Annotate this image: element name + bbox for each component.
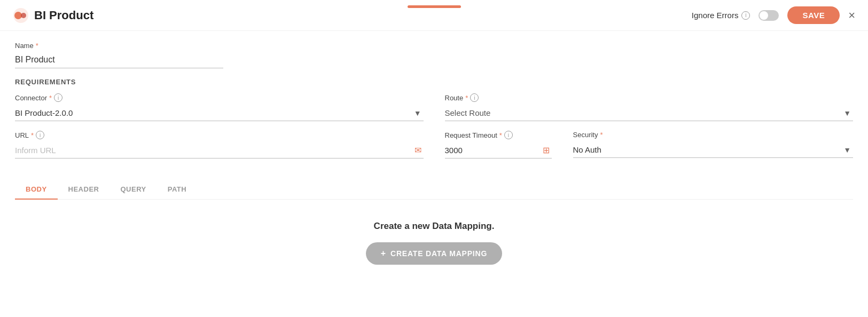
- main-content: Name * REQUIREMENTS Connector * i BI Pro…: [0, 31, 868, 281]
- tab-header[interactable]: HEADER: [58, 180, 110, 200]
- tab-path[interactable]: PATH: [157, 180, 197, 200]
- app-title: BI Product: [34, 9, 93, 22]
- timeout-copy-icon[interactable]: ⊞: [543, 145, 550, 155]
- route-info-icon[interactable]: i: [470, 93, 479, 102]
- name-label: Name *: [15, 42, 853, 50]
- progress-indicator: [408, 5, 461, 8]
- ignore-errors-label: Ignore Errors i: [692, 11, 750, 20]
- name-input[interactable]: [15, 53, 223, 68]
- route-field-group: Route * i Select Route ▼: [445, 93, 854, 121]
- tab-body[interactable]: BODY: [15, 180, 58, 200]
- timeout-security-row: Request Timeout * i ⊞ Security *: [445, 131, 854, 168]
- security-required-star: *: [600, 131, 603, 139]
- url-required-star: *: [31, 131, 34, 139]
- svg-point-2: [21, 13, 26, 18]
- timeout-info-icon[interactable]: i: [504, 131, 513, 139]
- close-button[interactable]: ×: [848, 10, 855, 21]
- security-select-wrapper: No Auth ▼: [573, 142, 854, 158]
- connector-required-star: *: [49, 94, 52, 102]
- plus-icon: +: [381, 249, 386, 258]
- name-required-star: *: [36, 42, 38, 50]
- save-button[interactable]: SAVE: [787, 6, 840, 24]
- connector-field-group: Connector * i BI Product-2.0.0 ▼: [15, 93, 424, 121]
- connector-select-wrapper: BI Product-2.0.0 ▼: [15, 105, 424, 121]
- security-field-group: Security * No Auth ▼: [573, 131, 854, 158]
- right-column: Route * i Select Route ▼ Request Timeout: [445, 93, 854, 168]
- url-info-icon[interactable]: i: [36, 131, 44, 139]
- ignore-errors-info-icon[interactable]: i: [741, 11, 750, 20]
- timeout-input[interactable]: [445, 142, 552, 158]
- timeout-input-wrapper: ⊞: [445, 142, 552, 158]
- connector-label: Connector * i: [15, 93, 424, 102]
- svg-point-1: [14, 12, 22, 19]
- name-field-group: Name *: [15, 42, 853, 68]
- url-email-icon[interactable]: ✉: [415, 145, 421, 155]
- url-input[interactable]: [15, 142, 424, 158]
- route-select-wrapper: Select Route ▼: [445, 105, 854, 121]
- requirements-grid: Connector * i BI Product-2.0.0 ▼ URL * i: [15, 93, 853, 168]
- top-bar: BI Product Ignore Errors i SAVE ×: [0, 0, 868, 31]
- progress-bar: [408, 5, 461, 8]
- app-branding: BI Product: [13, 7, 93, 23]
- route-select[interactable]: Select Route: [445, 105, 854, 121]
- top-bar-actions: Ignore Errors i SAVE ×: [692, 6, 855, 24]
- connector-info-icon[interactable]: i: [54, 93, 62, 102]
- empty-state: Create a new Data Mapping. + CREATE DATA…: [15, 200, 853, 281]
- route-required-star: *: [465, 94, 468, 102]
- url-label: URL * i: [15, 131, 424, 139]
- left-column: Connector * i BI Product-2.0.0 ▼ URL * i: [15, 93, 424, 168]
- security-label: Security *: [573, 131, 854, 139]
- url-input-wrapper: ✉: [15, 142, 424, 158]
- app-logo: [13, 7, 29, 23]
- tabs-row: BODY HEADER QUERY PATH: [15, 180, 853, 200]
- timeout-field-group: Request Timeout * i ⊞: [445, 131, 552, 158]
- connector-select[interactable]: BI Product-2.0.0: [15, 105, 424, 121]
- route-label: Route * i: [445, 93, 854, 102]
- create-data-mapping-button[interactable]: + CREATE DATA MAPPING: [366, 242, 502, 265]
- timeout-label: Request Timeout * i: [445, 131, 552, 139]
- empty-state-text: Create a new Data Mapping.: [374, 221, 495, 232]
- url-field-group: URL * i ✉: [15, 131, 424, 158]
- security-select[interactable]: No Auth: [573, 142, 854, 157]
- ignore-errors-toggle[interactable]: [758, 10, 779, 21]
- requirements-title: REQUIREMENTS: [15, 78, 853, 86]
- tab-query[interactable]: QUERY: [110, 180, 157, 200]
- timeout-required-star: *: [499, 131, 502, 139]
